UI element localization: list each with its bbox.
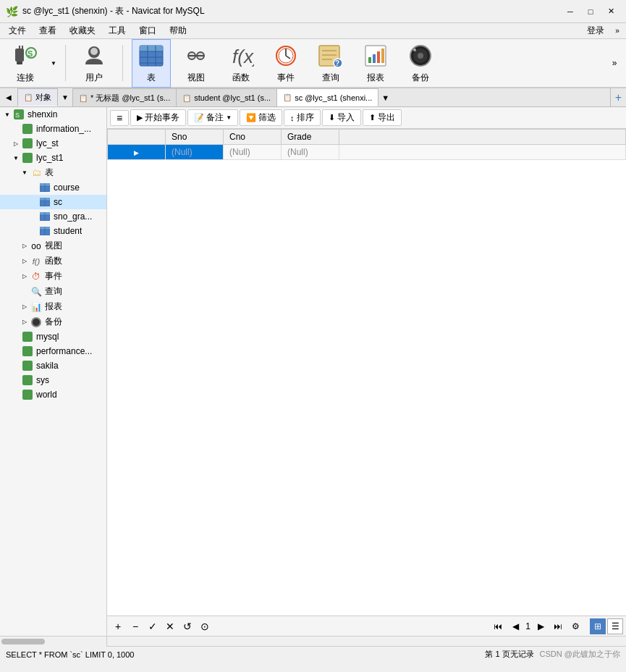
note-icon: 📝 <box>194 113 204 122</box>
func-button[interactable]: f(x) 函数 <box>221 39 261 88</box>
begin-transaction-button[interactable]: ▶ 开始事务 <box>130 109 186 126</box>
sort-button[interactable]: ↕ 排序 <box>284 109 321 126</box>
user-button[interactable]: 用户 <box>75 39 114 88</box>
maximize-button[interactable]: □ <box>581 4 600 19</box>
minimize-button[interactable]: ─ <box>561 4 580 19</box>
svg-point-7 <box>90 48 98 55</box>
title-text: sc @lyc_st1 (shenxin) - 表 - Navicat for … <box>22 5 205 17</box>
login-label[interactable]: 登录 <box>581 23 610 38</box>
tab-objects[interactable]: 📋 对象 <box>17 88 58 106</box>
mysql-db-icon <box>22 331 33 343</box>
cell-sno[interactable]: (Null) <box>166 145 224 160</box>
event-button[interactable]: 事件 <box>266 39 305 88</box>
report-button[interactable]: 报表 <box>356 39 395 88</box>
lyc-st-label: lyc_st <box>36 138 59 148</box>
menu-file[interactable]: 文件 <box>3 23 32 38</box>
tab-add-btn[interactable]: + <box>610 88 626 106</box>
export-button[interactable]: ⬆ 导出 <box>363 109 402 126</box>
page-last-button[interactable]: ⏭ <box>551 619 565 634</box>
func-folder-icon: f() <box>30 256 42 267</box>
menu-window[interactable]: 窗口 <box>133 23 162 38</box>
tab-nav-left[interactable]: ◀ <box>3 92 14 104</box>
view-folder-label: 视图 <box>45 240 62 252</box>
table-button[interactable]: 表 <box>132 39 171 88</box>
cancel-edit-button[interactable]: ✕ <box>162 618 178 634</box>
tab-3[interactable]: 📋 sc @lyc_st1 (shenxi... <box>277 88 378 106</box>
sidebar-item-shenxin[interactable]: ▼ S shenxin <box>0 107 106 122</box>
sidebar-item-func-folder[interactable]: ▷ f() 函数 <box>0 253 106 269</box>
menu-expand-icon[interactable]: » <box>612 25 623 37</box>
tab-more-btn[interactable]: ▼ <box>378 88 392 106</box>
page-next-button[interactable]: ▶ <box>533 619 548 634</box>
sidebar-item-report-folder[interactable]: ▷ 📊 报表 <box>0 299 106 314</box>
tab-1[interactable]: 📋 * 无标题 @lyc_st1 (s... <box>72 88 177 106</box>
backup-button[interactable]: 备份 <box>401 39 440 88</box>
svg-rect-64 <box>22 375 33 385</box>
close-button[interactable]: ✕ <box>601 4 620 19</box>
add-row-button[interactable]: + <box>110 618 126 634</box>
connect-dropdown-icon[interactable]: ▼ <box>51 60 56 67</box>
sidebar-item-sakila[interactable]: sakila <box>0 358 106 373</box>
col-cno: Cno <box>224 130 282 145</box>
sidebar-item-table-folder[interactable]: ▼ 🗂 表 <box>0 165 106 180</box>
cell-cno[interactable]: (Null) <box>224 145 282 160</box>
sc-table-icon <box>39 196 51 208</box>
tab-nav-arrow[interactable]: ▼ <box>59 92 71 104</box>
import-icon: ⬇ <box>329 113 335 122</box>
menu-tools[interactable]: 工具 <box>103 23 132 38</box>
form-view-button[interactable]: ☰ <box>607 618 623 634</box>
note-dropdown-icon[interactable]: ▼ <box>226 114 232 121</box>
page-prev-button[interactable]: ◀ <box>508 619 523 634</box>
menu-favorites[interactable]: 收藏夹 <box>64 23 101 38</box>
cell-grade[interactable]: (Null) <box>282 145 339 160</box>
sidebar-item-student[interactable]: student <box>0 224 106 238</box>
page-settings-button[interactable]: ⚙ <box>568 619 583 634</box>
confirm-button[interactable]: ✓ <box>145 618 161 634</box>
sidebar-item-lyc-st1[interactable]: ▼ lyc_st1 <box>0 151 106 165</box>
delete-row-button[interactable]: − <box>127 618 143 634</box>
sidebar-item-mysql[interactable]: mysql <box>0 329 106 344</box>
query-icon: ? <box>318 43 344 69</box>
toolbar-expand[interactable]: » <box>609 45 620 81</box>
h-scroll-thumb[interactable] <box>1 639 45 644</box>
sidebar-item-sys[interactable]: sys <box>0 373 106 387</box>
expand-shenxin[interactable]: ▼ <box>3 110 12 119</box>
tab-2[interactable]: 📋 student @lyc_st1 (s... <box>177 88 277 106</box>
menu-view[interactable]: 查看 <box>33 23 62 38</box>
note-button[interactable]: 📝 备注 ▼ <box>187 109 238 126</box>
grid-view-button[interactable]: ⊞ <box>590 618 606 634</box>
connect-button[interactable]: S 连接 <box>6 39 45 88</box>
event-label: 事件 <box>277 72 295 84</box>
svg-rect-42 <box>22 124 33 134</box>
sidebar-item-performance[interactable]: performance... <box>0 344 106 358</box>
export-icon: ⬆ <box>369 113 376 122</box>
refresh-button[interactable]: ↺ <box>179 618 195 634</box>
horizontal-scrollbar[interactable] <box>0 636 626 646</box>
sidebar-item-course[interactable]: course <box>0 180 106 195</box>
sidebar-item-sno-gra[interactable]: sno_gra... <box>0 209 106 224</box>
sidebar-item-view-folder[interactable]: ▷ oo 视图 <box>0 238 106 253</box>
tab-3-icon: 📋 <box>283 93 292 101</box>
menu-help[interactable]: 帮助 <box>164 23 193 38</box>
more-options-button[interactable]: ⊙ <box>197 618 213 634</box>
sidebar-item-sc[interactable]: sc <box>0 195 106 209</box>
sidebar-item-event-folder[interactable]: ▷ ⏱ 事件 <box>0 269 106 284</box>
menu-btn[interactable]: ≡ <box>110 110 129 126</box>
cell-empty <box>339 145 626 160</box>
sort-label: 排序 <box>297 112 314 124</box>
sidebar-item-information[interactable]: information_... <box>0 122 106 136</box>
backup-icon <box>407 43 433 69</box>
tab-2-label: student @lyc_st1 (s... <box>194 93 271 102</box>
sidebar-item-backup-folder[interactable]: ▷ 备份 <box>0 314 106 329</box>
filter-button[interactable]: 🔽 筛选 <box>240 109 282 126</box>
page-first-button[interactable]: ⏮ <box>491 619 505 634</box>
sidebar-item-query[interactable]: 🔍 查询 <box>0 284 106 299</box>
tab-objects-label: 对象 <box>35 92 51 103</box>
import-button[interactable]: ⬇ 导入 <box>322 109 361 126</box>
sidebar-item-lyc-st[interactable]: ▷ lyc_st <box>0 136 106 151</box>
sidebar-item-world[interactable]: world <box>0 387 106 402</box>
backup-label: 备份 <box>412 72 429 84</box>
query-button[interactable]: ? 查询 <box>311 39 350 88</box>
view-button[interactable]: 视图 <box>177 39 216 88</box>
table-row[interactable]: ▶ (Null) (Null) (Null) <box>108 145 626 160</box>
